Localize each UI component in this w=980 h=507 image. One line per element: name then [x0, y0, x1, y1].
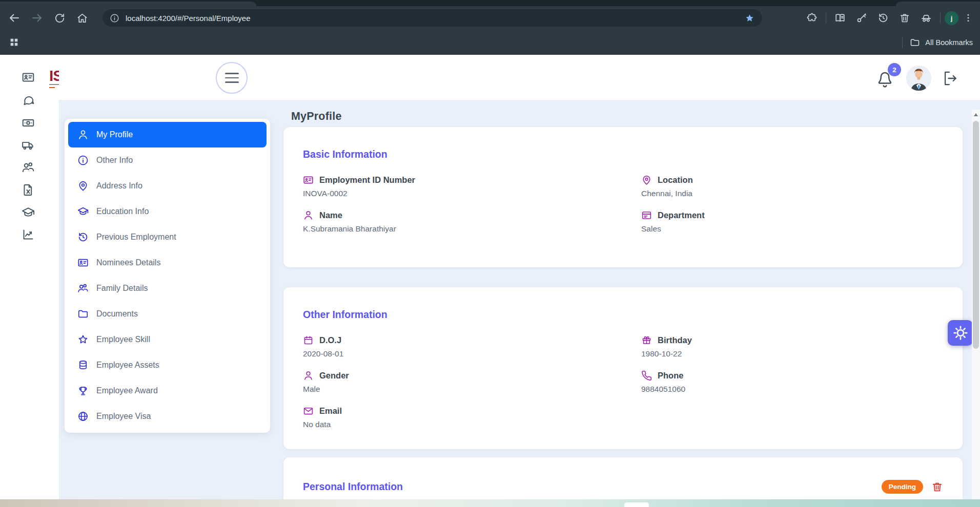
screen: localhost:4200/#/Personal/Employee j — [0, 0, 980, 507]
field-value: Male — [303, 385, 641, 394]
extensions-icon[interactable] — [802, 8, 822, 28]
incognito-icon[interactable] — [916, 8, 936, 28]
field-label: Employment ID Number — [319, 175, 415, 185]
menu-item-label: My Profile — [96, 130, 133, 139]
menu-item-label: Employee Skill — [96, 335, 150, 344]
field-label: Birthday — [658, 335, 692, 345]
menu-item-address-info[interactable]: Address Info — [68, 173, 267, 199]
app-header: 2 — [59, 55, 980, 100]
field-label: Gender — [319, 371, 349, 381]
sidebar-toggle-button[interactable] — [216, 62, 248, 94]
team-icon[interactable] — [22, 161, 35, 174]
menu-item-employee-skill[interactable]: Employee Skill — [68, 327, 267, 352]
bookmark-star-icon[interactable] — [744, 13, 755, 24]
menu-item-employee-award[interactable]: Employee Award — [68, 378, 267, 404]
menu-item-previous-employment[interactable]: Previous Employment — [68, 224, 267, 250]
scroll-up-arrow[interactable] — [974, 113, 978, 116]
field-value: 2020-08-01 — [303, 349, 641, 358]
all-bookmarks-label[interactable]: All Bookmarks — [925, 38, 973, 47]
report-file-icon[interactable] — [22, 183, 35, 197]
travel-icon[interactable] — [22, 138, 35, 152]
basic-information-fields: Employment ID NumberINOVA-0002LocationCh… — [303, 175, 943, 245]
trophy-icon — [77, 385, 89, 396]
training-icon[interactable] — [22, 206, 35, 219]
toolbar-separator — [826, 12, 826, 24]
menu-item-label: Employee Assets — [96, 361, 159, 370]
bookmarks-separator — [902, 37, 903, 48]
gift-icon — [641, 335, 652, 346]
notification-count-badge[interactable]: 2 — [888, 63, 901, 76]
menu-item-family-details[interactable]: Family Details — [68, 276, 267, 301]
person-icon — [303, 370, 314, 381]
field-location: LocationChennai, India — [641, 175, 943, 198]
menu-item-label: Address Info — [96, 181, 142, 191]
delete-record-icon[interactable] — [931, 481, 943, 493]
browser-tab-strip — [0, 0, 980, 6]
home-button[interactable] — [71, 8, 93, 28]
bookmarks-bar: All Bookmarks — [0, 30, 980, 55]
page-scrollbar[interactable] — [972, 110, 980, 507]
menu-item-label: Nominees Details — [96, 258, 160, 267]
db-icon — [77, 360, 89, 371]
menu-item-other-info[interactable]: Other Info — [68, 147, 267, 173]
menu-item-documents[interactable]: Documents — [68, 301, 267, 327]
dept-icon — [641, 210, 652, 221]
field-phone: Phone9884051060 — [641, 370, 943, 394]
menu-item-my-profile[interactable]: My Profile — [68, 122, 267, 147]
pin-icon — [77, 180, 89, 192]
field-department: DepartmentSales — [641, 210, 943, 234]
chat-icon[interactable] — [22, 94, 35, 107]
browser-menu-icon[interactable] — [961, 8, 976, 28]
menu-item-label: Employee Award — [96, 386, 158, 395]
user-avatar[interactable] — [906, 66, 931, 91]
field-label: D.O.J — [319, 335, 341, 345]
browser-profile-avatar[interactable]: j — [945, 11, 958, 25]
passwords-icon[interactable] — [852, 8, 871, 28]
menu-item-employee-visa[interactable]: Employee Visa — [68, 404, 267, 429]
status-badge[interactable]: Pending — [882, 480, 923, 494]
other-information-fields: D.O.J2020-08-01Birthday1980-10-22GenderM… — [303, 335, 943, 441]
analytics-icon[interactable] — [22, 228, 35, 241]
apps-grid-icon[interactable] — [4, 33, 24, 52]
menu-item-employee-assets[interactable]: Employee Assets — [68, 352, 267, 378]
settings-gear-button[interactable] — [948, 320, 973, 346]
field-label: Email — [319, 406, 342, 416]
mail-icon — [303, 406, 314, 416]
tab-strip-right — [896, 2, 980, 6]
gradcap-icon — [77, 206, 89, 217]
page-content: MyProfile My ProfileOther InfoAddress In… — [59, 100, 980, 507]
field-email: EmailNo data — [303, 406, 641, 429]
logout-icon[interactable] — [942, 69, 960, 88]
field-value: 1980-10-22 — [641, 349, 943, 358]
field-label: Name — [319, 210, 342, 220]
address-bar[interactable]: localhost:4200/#/Personal/Employee — [103, 9, 762, 27]
field-label: Department — [658, 210, 705, 220]
folder-icon — [910, 37, 920, 48]
profile-menu: My ProfileOther InfoAddress InfoEducatio… — [65, 119, 270, 433]
app-window: IS 2 MyProfile — [0, 55, 980, 499]
folder-icon — [77, 308, 89, 320]
toolbar-separator — [940, 12, 941, 24]
menu-item-education-info[interactable]: Education Info — [68, 199, 267, 224]
section-title: Personal Information — [303, 481, 403, 493]
back-button[interactable] — [3, 8, 26, 28]
reload-button[interactable] — [48, 8, 71, 28]
clear-browsing-icon[interactable] — [895, 8, 914, 28]
scrollbar-thumb[interactable] — [973, 121, 979, 349]
employee-card-icon[interactable] — [22, 71, 35, 84]
active-tab[interactable] — [0, 2, 256, 6]
reading-list-icon[interactable] — [830, 8, 850, 28]
person-icon — [303, 210, 314, 221]
info-icon — [77, 155, 89, 166]
forward-button[interactable] — [26, 8, 48, 28]
desktop-wallpaper-strip — [0, 499, 980, 507]
payroll-icon[interactable] — [22, 116, 35, 130]
field-label: Location — [658, 175, 693, 185]
site-info-icon[interactable] — [110, 13, 119, 23]
person-icon — [77, 129, 89, 140]
pin-icon — [641, 175, 652, 185]
menu-item-label: Family Details — [96, 284, 148, 293]
section-title: Other Information — [303, 309, 943, 321]
menu-item-nominees-details[interactable]: Nominees Details — [68, 250, 267, 276]
history-icon[interactable] — [873, 8, 893, 28]
